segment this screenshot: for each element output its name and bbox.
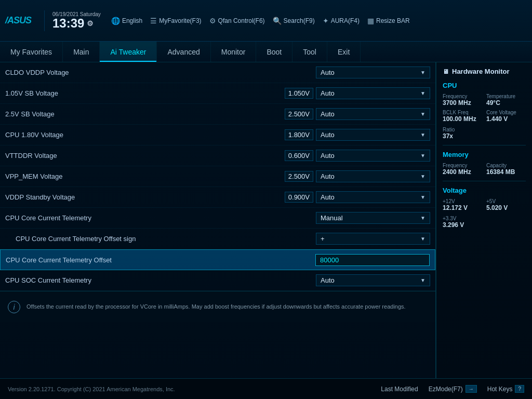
row-dropdown[interactable]: Auto ▼ [316, 150, 430, 162]
fan-icon: ⚙ [209, 17, 216, 25]
row-dropdown[interactable]: Auto ▼ [316, 170, 430, 182]
tool-search[interactable]: 🔍 Search(F9) [273, 17, 315, 25]
hw-cpu-ratio-label: Ratio [443, 127, 526, 132]
settings-icon[interactable]: ⚙ [87, 20, 94, 27]
tool-aura[interactable]: ✦ AURA(F4) [323, 17, 360, 25]
table-row[interactable]: VDDP Standby Voltage 0.900V Auto ▼ [0, 187, 435, 208]
hw-monitor-title-text: Hardware Monitor [452, 68, 510, 75]
tab-boot[interactable]: Boot [256, 42, 292, 62]
table-row[interactable]: CPU Core Current Telemetry Manual ▼ [0, 208, 435, 229]
hw-divider-1 [443, 145, 526, 145]
hw-cpu-ratio-value: 37x [443, 132, 526, 140]
info-bar: i Offsets the current read by the proces… [0, 291, 435, 322]
hw-memory-grid: Frequency 2400 MHz Capacity 16384 MB [443, 163, 526, 176]
tool-search-label: Search(F9) [284, 17, 315, 24]
hot-keys-label: Hot Keys [487, 385, 513, 393]
hw-cpu-temp-item: Temperature 49°C [486, 94, 526, 107]
header: /ASUS 06/19/2021 Saturday 13:39 ⚙ 🌐 Engl… [0, 0, 532, 42]
row-dropdown[interactable]: + ▼ [316, 233, 430, 245]
globe-icon: 🌐 [111, 17, 120, 25]
tool-qfan-label: Qfan Control(F6) [218, 17, 265, 24]
chevron-down-icon: ▼ [420, 277, 425, 283]
bottom-tools: Last Modified EzMode(F7) → Hot Keys ? [381, 385, 524, 393]
row-dropdown[interactable]: Auto ▼ [316, 274, 430, 286]
tab-main[interactable]: Main [63, 42, 100, 62]
tool-english[interactable]: 🌐 English [111, 17, 142, 25]
hw-cpu-bclk-item: BCLK Freq 100.00 MHz [443, 110, 482, 123]
row-dropdown[interactable]: Auto ▼ [316, 108, 430, 120]
row-dropdown[interactable]: Auto ▼ [316, 66, 430, 78]
ez-mode-label: EzMode(F7) [429, 385, 463, 393]
hw-voltage-section: Voltage [443, 187, 526, 194]
hw-cpu-temp-value: 49°C [486, 99, 526, 107]
search-icon: 🔍 [273, 17, 282, 25]
tab-exit[interactable]: Exit [327, 42, 361, 62]
hot-keys-button[interactable]: Hot Keys ? [487, 385, 524, 393]
tool-qfan[interactable]: ⚙ Qfan Control(F6) [209, 17, 265, 25]
tab-my-favorites[interactable]: My Favorites [0, 42, 63, 62]
row-label: VTTDDR Voltage [5, 152, 285, 159]
table-row[interactable]: VPP_MEM Voltage 2.500V Auto ▼ [0, 166, 435, 187]
dropdown-value: Auto [321, 131, 335, 139]
row-dropdown[interactable]: Auto ▼ [316, 129, 430, 141]
row-label: 1.05V SB Voltage [5, 89, 285, 97]
dropdown-value: Auto [321, 110, 335, 118]
chevron-down-icon: ▼ [420, 132, 425, 138]
table-row[interactable]: CLDO VDDP Voltage Auto ▼ [0, 62, 435, 83]
row-value: 0.900V [285, 192, 313, 203]
row-label: 2.5V SB Voltage [5, 110, 285, 118]
hw-cpu-freq-value: 3700 MHz [443, 99, 482, 107]
row-value: 0.600V [285, 150, 313, 161]
row-dropdown[interactable]: Auto ▼ [316, 87, 430, 99]
ez-mode-button[interactable]: EzMode(F7) → [429, 385, 477, 393]
hw-cpu-bclk-label: BCLK Freq [443, 110, 482, 115]
table-row[interactable]: CPU 1.80V Voltage 1.800V Auto ▼ [0, 125, 435, 145]
dropdown-value: Auto [321, 276, 335, 284]
header-datetime: 06/19/2021 Saturday 13:39 ⚙ [52, 11, 101, 30]
dropdown-value: + [321, 235, 325, 243]
info-icon: i [8, 301, 20, 313]
row-value: 1.050V [285, 88, 313, 99]
tool-resizebar[interactable]: ▦ Resize BAR [367, 17, 410, 25]
table-row[interactable]: 2.5V SB Voltage 2.500V Auto ▼ [0, 104, 435, 125]
tab-tool[interactable]: Tool [292, 42, 327, 62]
row-dropdown[interactable]: Auto ▼ [316, 191, 430, 203]
tab-monitor[interactable]: Monitor [211, 42, 257, 62]
chevron-down-icon: ▼ [420, 153, 425, 158]
header-tools: 🌐 English ☰ MyFavorite(F3) ⚙ Qfan Contro… [111, 17, 527, 25]
table-row[interactable]: CPU Core Current Telemetry Offset sign +… [0, 229, 435, 249]
hw-mem-cap-value: 16384 MB [486, 168, 526, 176]
table-row[interactable]: CPU SOC Current Telemetry Auto ▼ [0, 270, 435, 291]
chevron-down-icon: ▼ [420, 174, 425, 179]
settings-table: CLDO VDDP Voltage Auto ▼ 1.05V SB Voltag… [0, 62, 435, 291]
row-dropdown[interactable]: Manual ▼ [316, 212, 430, 224]
hw-memory-section: Memory [443, 151, 526, 158]
row-value: 2.500V [285, 109, 313, 119]
hw-v5-item: +5V 5.020 V [486, 198, 526, 211]
tool-resizebar-label: Resize BAR [376, 17, 410, 24]
dropdown-value: Auto [321, 172, 335, 180]
row-value: 2.500V [285, 171, 313, 182]
asus-logo: /ASUS [5, 15, 31, 26]
tool-myfavorite[interactable]: ☰ MyFavorite(F3) [150, 17, 201, 25]
tab-ai-tweaker[interactable]: Ai Tweaker [100, 42, 157, 62]
row-value: 1.800V [285, 129, 313, 140]
tool-aura-label: AURA(F4) [331, 17, 360, 24]
menu-icon: ☰ [150, 17, 157, 25]
header-time: 13:39 ⚙ [52, 17, 94, 30]
info-text: Offsets the current read by the processo… [26, 303, 406, 311]
table-row-active[interactable]: CPU Core Current Telemetry Offset 80000 [0, 249, 435, 270]
input-value: 80000 [320, 256, 339, 264]
hardware-monitor-panel: 🖥 Hardware Monitor CPU Frequency 3700 MH… [436, 62, 532, 378]
tab-advanced[interactable]: Advanced [157, 42, 210, 62]
table-row[interactable]: VTTDDR Voltage 0.600V Auto ▼ [0, 145, 435, 166]
last-modified-button[interactable]: Last Modified [381, 385, 418, 393]
hw-mem-cap-label: Capacity [486, 163, 526, 168]
asus-logo-text: /ASUS [5, 15, 31, 26]
tab-aitweaker-label: Ai Tweaker [110, 48, 146, 56]
hw-mem-freq-label: Frequency [443, 163, 482, 168]
row-input[interactable]: 80000 [315, 254, 430, 266]
bottom-bar: Version 2.20.1271. Copyright (C) 2021 Am… [0, 378, 532, 399]
table-row[interactable]: 1.05V SB Voltage 1.050V Auto ▼ [0, 83, 435, 104]
left-panel: CLDO VDDP Voltage Auto ▼ 1.05V SB Voltag… [0, 62, 436, 378]
